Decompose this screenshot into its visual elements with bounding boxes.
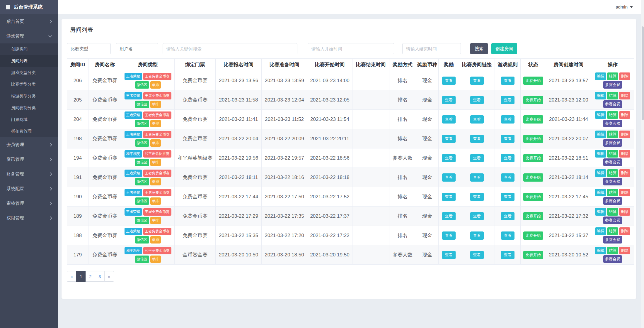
delete-button[interactable]: 删除 (619, 131, 630, 138)
create-room-button[interactable]: 创建房间 (491, 43, 517, 54)
view-reward-button[interactable]: 查看 (442, 231, 456, 240)
members-button[interactable]: 参赛会员 (603, 236, 622, 244)
submenu-item-ticket-mall[interactable]: 门票商城 (0, 114, 58, 126)
view-reward-button[interactable]: 查看 (442, 173, 456, 182)
pagination-prev[interactable]: « (67, 271, 76, 282)
settle-button[interactable]: 结算 (607, 72, 618, 80)
delete-button[interactable]: 删除 (619, 150, 630, 158)
view-reward-button[interactable]: 查看 (442, 115, 456, 124)
settle-button[interactable]: 结算 (607, 150, 618, 158)
view-rules-button[interactable]: 查看 (501, 115, 514, 124)
sidebar-item-audit-management[interactable]: 审核管理 (0, 196, 58, 211)
delete-button[interactable]: 删除 (619, 72, 630, 80)
view-room-link-button[interactable]: 查看 (470, 212, 484, 220)
members-button[interactable]: 参赛会员 (603, 158, 622, 166)
members-button[interactable]: 参赛会员 (603, 197, 622, 205)
members-button[interactable]: 参赛会员 (603, 139, 622, 147)
delete-button[interactable]: 删除 (619, 208, 630, 216)
pagination-page-1[interactable]: 1 (76, 271, 86, 282)
submenu-item-room-list[interactable]: 房间列表 (0, 55, 58, 67)
settle-button[interactable]: 结算 (607, 227, 618, 235)
delete-button[interactable]: 删除 (619, 247, 630, 254)
edit-button[interactable]: 编辑 (595, 247, 606, 254)
members-button[interactable]: 参赛会员 (603, 81, 622, 89)
view-room-link-button[interactable]: 查看 (470, 231, 484, 240)
pagination-page-3[interactable]: 3 (95, 271, 105, 282)
view-room-link-button[interactable]: 查看 (470, 251, 484, 259)
settle-button[interactable]: 结算 (607, 189, 618, 196)
view-room-link-button[interactable]: 查看 (470, 173, 484, 182)
sidebar-item-member-management[interactable]: 会员管理 (0, 137, 58, 152)
start-time-input[interactable] (308, 43, 394, 54)
submenu-item-game-type-category[interactable]: 游戏类型分类 (0, 67, 58, 79)
view-rules-button[interactable]: 查看 (501, 77, 514, 85)
page-scrollbar[interactable] (641, 0, 644, 328)
view-reward-button[interactable]: 查看 (442, 96, 456, 104)
submenu-item-room-format-category[interactable]: 房间赛制分类 (0, 102, 58, 114)
view-rules-button[interactable]: 查看 (501, 154, 514, 162)
match-type-select[interactable]: 比赛类型 (67, 43, 111, 54)
edit-button[interactable]: 编辑 (595, 169, 606, 177)
delete-button[interactable]: 删除 (619, 189, 630, 196)
view-reward-button[interactable]: 查看 (442, 251, 456, 259)
delete-button[interactable]: 删除 (619, 169, 630, 177)
view-reward-button[interactable]: 查看 (442, 154, 456, 162)
view-room-link-button[interactable]: 查看 (470, 115, 484, 124)
members-button[interactable]: 参赛会员 (603, 120, 622, 127)
username-input[interactable] (116, 43, 158, 54)
sidebar-item-finance-management[interactable]: 财务管理 (0, 167, 58, 181)
edit-button[interactable]: 编辑 (595, 111, 606, 119)
sidebar-item-system-config[interactable]: 系统配置 (0, 181, 58, 196)
pagination-page-2[interactable]: 2 (86, 271, 95, 282)
scrollbar-thumb[interactable] (642, 26, 644, 120)
edit-button[interactable]: 编辑 (595, 208, 606, 216)
members-button[interactable]: 参赛会员 (603, 100, 622, 108)
view-rules-button[interactable]: 查看 (501, 135, 514, 143)
search-button[interactable]: 搜索 (470, 43, 488, 54)
sidebar-item-news-management[interactable]: 资讯管理 (0, 152, 58, 167)
edit-button[interactable]: 编辑 (595, 92, 606, 99)
delete-button[interactable]: 删除 (619, 111, 630, 119)
view-room-link-button[interactable]: 查看 (470, 96, 484, 104)
settle-button[interactable]: 结算 (607, 131, 618, 138)
view-room-link-button[interactable]: 查看 (470, 154, 484, 162)
keyword-search-input[interactable] (163, 43, 297, 54)
submenu-item-match-type-category[interactable]: 比赛类型分类 (0, 79, 58, 90)
user-menu[interactable]: admin (616, 4, 633, 9)
members-button[interactable]: 参赛会员 (603, 178, 622, 185)
view-rules-button[interactable]: 查看 (501, 193, 514, 201)
submenu-item-pc-game-type-category[interactable]: 端游类型分类 (0, 90, 58, 102)
view-room-link-button[interactable]: 查看 (470, 193, 484, 201)
settle-button[interactable]: 结算 (607, 247, 618, 254)
edit-button[interactable]: 编辑 (595, 227, 606, 235)
pagination-next[interactable]: » (104, 271, 114, 282)
sidebar-item-permission-management[interactable]: 权限管理 (0, 211, 58, 225)
sidebar-item-home[interactable]: 后台首页 (0, 14, 58, 29)
settle-button[interactable]: 结算 (607, 92, 618, 99)
view-rules-button[interactable]: 查看 (501, 231, 514, 240)
edit-button[interactable]: 编辑 (595, 131, 606, 138)
members-button[interactable]: 参赛会员 (603, 217, 622, 224)
view-room-link-button[interactable]: 查看 (470, 135, 484, 143)
view-reward-button[interactable]: 查看 (442, 212, 456, 220)
edit-button[interactable]: 编辑 (595, 72, 606, 80)
view-room-link-button[interactable]: 查看 (470, 77, 484, 85)
delete-button[interactable]: 删除 (619, 227, 630, 235)
sidebar-item-game-management[interactable]: 游戏管理 (0, 29, 58, 43)
end-time-input[interactable] (402, 43, 461, 54)
view-rules-button[interactable]: 查看 (501, 251, 514, 259)
view-rules-button[interactable]: 查看 (501, 173, 514, 182)
settle-button[interactable]: 结算 (607, 169, 618, 177)
view-rules-button[interactable]: 查看 (501, 212, 514, 220)
view-reward-button[interactable]: 查看 (442, 135, 456, 143)
view-reward-button[interactable]: 查看 (442, 77, 456, 85)
edit-button[interactable]: 编辑 (595, 189, 606, 196)
delete-button[interactable]: 删除 (619, 92, 630, 99)
settle-button[interactable]: 结算 (607, 111, 618, 119)
members-button[interactable]: 参赛会员 (603, 255, 622, 263)
view-rules-button[interactable]: 查看 (501, 96, 514, 104)
submenu-item-coupon-management[interactable]: 折扣卷管理 (0, 126, 58, 137)
submenu-item-create-room[interactable]: 创建房间 (0, 43, 58, 55)
settle-button[interactable]: 结算 (607, 208, 618, 216)
edit-button[interactable]: 编辑 (595, 150, 606, 158)
